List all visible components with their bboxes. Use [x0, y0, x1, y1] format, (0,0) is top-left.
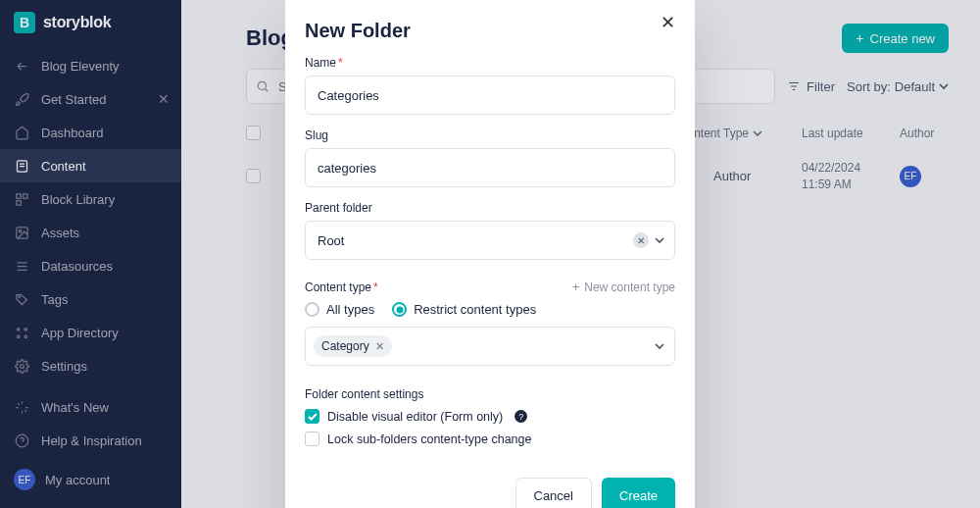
- checkbox-icon: [305, 432, 319, 446]
- cancel-button[interactable]: Cancel: [515, 478, 592, 508]
- radio-label: All types: [326, 302, 374, 317]
- slug-input[interactable]: [305, 148, 675, 187]
- new-folder-modal: New Folder ✕ Name* Slug Parent folder Ro…: [285, 0, 695, 508]
- content-type-label: Content type*: [305, 280, 378, 294]
- plus-icon: +: [572, 279, 580, 294]
- name-input[interactable]: [305, 76, 675, 115]
- chip-label: Category: [321, 339, 369, 353]
- content-type-label-row: Content type* + New content type: [305, 279, 675, 294]
- folder-settings-label: Folder content settings: [305, 387, 675, 401]
- chevron-down-icon: [655, 343, 664, 349]
- radio-label: Restrict content types: [414, 302, 536, 317]
- content-type-chip: Category ✕: [314, 335, 392, 357]
- radio-icon: [392, 302, 407, 317]
- chevron-down-icon: [655, 237, 664, 243]
- create-button[interactable]: Create: [602, 478, 675, 508]
- content-type-chip-select[interactable]: Category ✕: [305, 327, 675, 366]
- checkbox-icon: [305, 409, 319, 424]
- chip-remove-icon[interactable]: ✕: [375, 340, 384, 353]
- slug-label: Slug: [305, 128, 675, 142]
- radio-restrict[interactable]: Restrict content types: [392, 302, 536, 317]
- label-text: Name: [305, 56, 336, 70]
- modal-header: New Folder ✕: [305, 20, 675, 42]
- required-indicator: *: [338, 56, 343, 70]
- check-disable-visual[interactable]: Disable visual editor (Form only) ?: [305, 409, 675, 424]
- clear-icon[interactable]: ✕: [633, 232, 649, 248]
- parent-value: Root: [318, 233, 344, 248]
- check-lock-sub[interactable]: Lock sub-folders content-type change: [305, 432, 675, 446]
- modal-title: New Folder: [305, 20, 411, 42]
- required-indicator: *: [373, 280, 378, 294]
- radio-all-types[interactable]: All types: [305, 302, 374, 317]
- info-icon[interactable]: ?: [514, 410, 527, 423]
- content-type-radio-group: All types Restrict content types: [305, 302, 675, 317]
- name-label: Name*: [305, 56, 675, 70]
- check-label: Disable visual editor (Form only): [327, 410, 503, 424]
- parent-folder-select[interactable]: Root ✕: [305, 221, 675, 260]
- new-content-type-button[interactable]: + New content type: [572, 279, 675, 294]
- new-content-type-label: New content type: [584, 280, 675, 294]
- label-text: Content type: [305, 280, 371, 294]
- parent-label: Parent folder: [305, 201, 675, 215]
- check-label: Lock sub-folders content-type change: [327, 432, 531, 446]
- radio-icon: [305, 302, 319, 317]
- modal-footer: Cancel Create: [305, 478, 675, 508]
- modal-close-button[interactable]: ✕: [661, 14, 675, 31]
